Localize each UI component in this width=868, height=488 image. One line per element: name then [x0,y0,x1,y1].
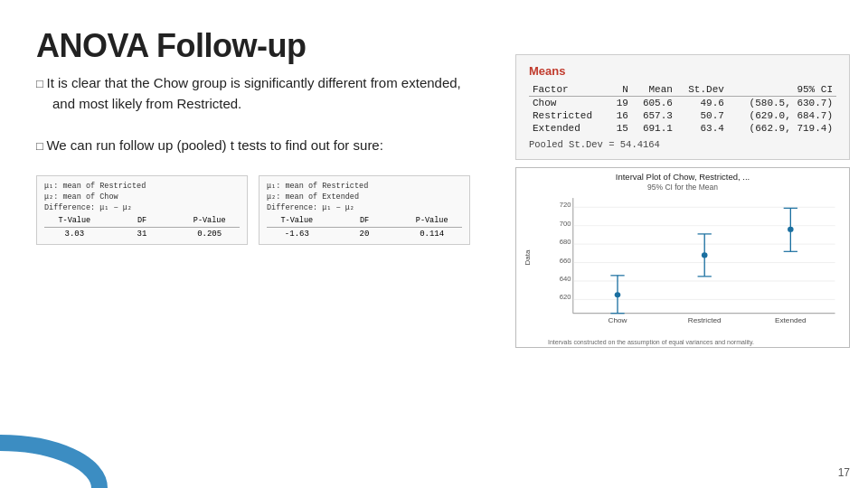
plot-subtitle: 95% CI for the Mean [516,183,849,193]
svg-text:660: 660 [560,257,571,265]
means-col-stdev: St.Dev [676,83,728,97]
blue-arc-decoration [0,434,108,488]
right-column: Means Factor N Mean St.Dev 95% CI Chow 1… [515,54,850,348]
svg-text:Chow: Chow [609,316,627,324]
svg-text:Restricted: Restricted [688,316,722,324]
svg-text:680: 680 [560,238,571,246]
plot-title: Interval Plot of Chow, Restricted, ... [516,168,849,183]
left-column: It is clear that the Chow group is signi… [36,72,470,245]
plot-svg: 720 700 680 660 640 620 [543,193,840,327]
means-col-n: N [609,83,632,97]
ttest2-col-headers: T-Value DF P-Value [267,216,462,225]
svg-point-17 [615,292,621,297]
means-col-factor: Factor [529,83,609,97]
bullet-2: We can run follow up (pooled) t tests to… [36,135,470,155]
means-row-chow: Chow 19 605.6 49.6 (580.5, 630.7) [529,97,836,110]
pooled-stdev: Pooled St.Dev = 54.4164 [529,139,836,150]
means-row-extended: Extended 15 691.1 63.4 (662.9, 719.4) [529,122,836,135]
ttest1-values: 3.03 31 0.205 [44,227,240,239]
page-number: 17 [838,466,850,479]
means-col-ci: 95% CI [728,83,836,97]
svg-text:620: 620 [560,294,571,302]
means-col-mean: Mean [632,83,676,97]
means-row-restricted: Restricted 16 657.3 50.7 (629.0, 684.7) [529,109,836,122]
interval-plot: Interval Plot of Chow, Restricted, ... 9… [515,167,850,348]
y-axis-label: Data [524,250,532,266]
means-table-header-row: Factor N Mean St.Dev 95% CI [529,83,836,97]
ttest-box-1: μ₁: mean of Restricted μ₂: mean of Chow … [36,175,248,246]
ttest2-values: -1.63 20 0.114 [267,227,462,239]
ttest2-header: μ₁: mean of Restricted μ₂: mean of Exten… [267,182,462,214]
means-section: Means Factor N Mean St.Dev 95% CI Chow 1… [515,54,850,160]
svg-point-25 [788,227,794,232]
svg-point-21 [702,252,708,258]
ttest-box-2: μ₁: mean of Restricted μ₂: mean of Exten… [259,175,470,246]
means-table: Factor N Mean St.Dev 95% CI Chow 19 605.… [529,83,836,135]
svg-point-29 [0,443,99,488]
svg-text:700: 700 [560,220,571,228]
ttest1-col-headers: T-Value DF P-Value [44,216,240,225]
ttest1-header: μ₁: mean of Restricted μ₂: mean of Chow … [44,182,240,214]
svg-text:720: 720 [560,202,571,210]
ttest-tables: μ₁: mean of Restricted μ₂: mean of Chow … [36,175,470,246]
page: ANOVA Follow-up It is clear that the Cho… [0,0,868,488]
bullet-1: It is clear that the Chow group is signi… [36,72,470,115]
plot-footnote: Intervals constructed on the assumption … [548,339,754,345]
svg-text:640: 640 [560,275,571,283]
svg-text:Extended: Extended [775,316,807,324]
means-title: Means [529,64,836,78]
